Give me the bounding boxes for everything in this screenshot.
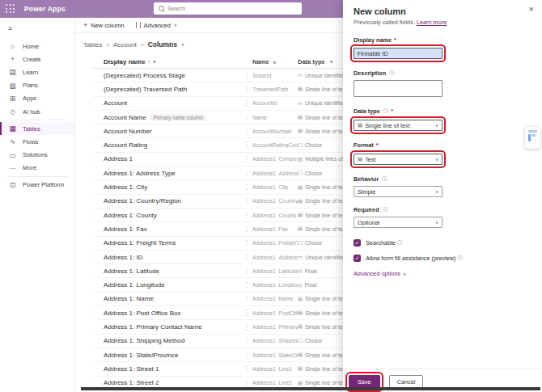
search-placeholder: Search xyxy=(167,6,185,11)
hamburger-menu-icon[interactable]: ≡ xyxy=(0,22,74,35)
table-row[interactable]: Account ⋮ AccountId ▭ Unique identifier xyxy=(93,97,343,111)
column-display-name: Address 1: Longitude xyxy=(104,281,165,289)
table-row[interactable]: Address 1: Shipping Method ⋮ Address1_Sh… xyxy=(93,335,343,348)
row-more-options-icon[interactable]: ⋮ xyxy=(241,310,252,317)
row-more-options-icon[interactable]: ⋮ xyxy=(241,183,252,191)
table-row[interactable]: Account Name Primary name column ⋮ Name … xyxy=(93,111,343,124)
command-bar: + New column Advanced ∨ xyxy=(75,18,343,33)
column-data-type: Single line of text xyxy=(305,380,343,386)
table-row[interactable]: Address 1: Freight Terms ⋮ Address1_Frei… xyxy=(93,237,343,251)
row-more-options-icon[interactable]: ⋮ xyxy=(241,170,252,177)
row-more-options-icon[interactable]: ⋮ xyxy=(241,141,252,149)
sidebar-item-plans[interactable]: ▧ Plans xyxy=(0,79,74,92)
row-more-options-icon[interactable]: ⋮ xyxy=(241,212,252,219)
row-more-options-icon[interactable]: ⋮ xyxy=(241,337,252,344)
behavior-dropdown[interactable]: Simple ∨ xyxy=(354,186,442,197)
chevron-down-icon: ∨ xyxy=(330,59,333,64)
table-row[interactable]: (Deprecated) Traversed Path ⋮ TraversedP… xyxy=(93,82,343,96)
table-row[interactable]: Address 1: Primary Contact Name ⋮ Addres… xyxy=(93,320,343,334)
table-row[interactable]: Address 1: Country/Region ⋮ Address1_Cou… xyxy=(93,195,343,209)
row-more-options-icon[interactable]: ⋮ xyxy=(241,72,252,79)
table-row[interactable]: Address 1: County ⋮ Address1_County ▤ Si… xyxy=(93,209,343,222)
chevron-down-icon[interactable]: ∨ xyxy=(181,42,184,47)
global-search-input[interactable]: Search xyxy=(154,2,302,15)
display-name-input[interactable]: Firmable ID xyxy=(354,48,442,59)
apps-icon: ⊞ xyxy=(8,95,17,103)
table-row[interactable]: Address 1: Longitude ⋮ Address1_Longitud… xyxy=(93,278,343,292)
sidebar-item-power-platform[interactable]: ⊡ Power Platform xyxy=(0,179,74,192)
table-row[interactable]: Address 1: ID ⋮ Address1_AddressId ▭ Uni… xyxy=(93,251,343,264)
row-more-options-icon[interactable]: ⋮ xyxy=(241,239,252,247)
table-row[interactable]: Address 1: Street 1 ⋮ Address1_Line1 ▤ S… xyxy=(93,362,343,376)
row-more-options-icon[interactable]: ⋮ xyxy=(241,254,252,261)
breadcrumb-separator: > xyxy=(106,42,109,48)
table-row[interactable]: Address 1: Address Type ⋮ Address1_Addre… xyxy=(93,166,343,180)
table-row[interactable]: Address 1: State/Province ⋮ Address1_Sta… xyxy=(93,348,343,362)
sidebar-item-solutions[interactable]: ▭ Solutions xyxy=(0,149,74,162)
required-dropdown[interactable]: Optional ∨ xyxy=(354,217,442,228)
text-icon: ▤ xyxy=(298,296,303,302)
waffle-menu-icon[interactable] xyxy=(6,4,15,14)
advanced-options-link[interactable]: Advanced options ∨ xyxy=(354,270,531,277)
table-row[interactable]: Address 1: Post Office Box ⋮ Address1_Po… xyxy=(93,306,343,320)
new-column-button[interactable]: + New column xyxy=(83,22,125,29)
row-more-options-icon[interactable]: ⋮ xyxy=(241,197,252,204)
searchable-checkbox[interactable]: ✓ Searchable ⓘ xyxy=(354,239,531,247)
table-row[interactable]: (Deprecated) Process Stage ⋮ StageId ▭ U… xyxy=(93,69,343,82)
header-name[interactable]: Name ∨ xyxy=(252,58,298,65)
row-more-options-icon[interactable]: ⋮ xyxy=(241,352,252,359)
breadcrumb-tables[interactable]: Tables xyxy=(83,41,102,48)
row-more-options-icon[interactable]: ⋮ xyxy=(241,155,252,162)
close-icon[interactable]: × xyxy=(529,5,534,14)
row-more-options-icon[interactable]: ⋮ xyxy=(241,295,252,302)
description-textarea[interactable] xyxy=(354,80,442,97)
row-more-options-icon[interactable]: ⋮ xyxy=(241,99,252,107)
sidebar-item-home[interactable]: ⌂ Home xyxy=(0,40,74,53)
advanced-button[interactable]: Advanced ∨ xyxy=(136,22,177,29)
column-display-name: Address 1 xyxy=(104,155,133,162)
form-fill-assistance-checkbox[interactable]: ✓ Allow form fill assistance (preview) ⓘ xyxy=(354,255,531,262)
row-more-options-icon[interactable]: ⋮ xyxy=(241,281,252,289)
row-more-options-icon[interactable]: ⋮ xyxy=(241,323,252,331)
row-more-options-icon[interactable]: ⋮ xyxy=(241,114,252,121)
row-more-options-icon[interactable]: ⋮ xyxy=(241,268,252,275)
table-row[interactable]: Account Rating ⋮ AccountRatingCode ☐ Cho… xyxy=(93,138,343,152)
header-display-name[interactable]: Display name ↑ ∨ xyxy=(104,58,241,65)
sidebar-item-flows[interactable]: ∿ Flows xyxy=(0,135,74,148)
table-row[interactable]: Address 1: Name ⋮ Address1_Name ▤ Single… xyxy=(93,293,343,306)
column-display-name: Address 1: Freight Terms xyxy=(104,239,176,247)
plans-icon: ▧ xyxy=(8,82,17,90)
home-icon: ⌂ xyxy=(8,42,17,50)
unique-identifier-icon: ▭ xyxy=(298,254,303,260)
header-data-type[interactable]: Data type ∨ xyxy=(298,58,343,65)
sidebar-item-tables[interactable]: ▦ Tables xyxy=(0,122,74,135)
column-display-name: Account xyxy=(104,99,127,107)
form-fill-extension-button[interactable] xyxy=(525,127,540,149)
breadcrumb-current-columns[interactable]: Columns xyxy=(148,40,177,48)
column-data-type: Single line of text xyxy=(305,324,343,330)
row-more-options-icon[interactable]: ⋮ xyxy=(241,128,252,135)
table-row[interactable]: Address 1: Latitude ⋮ Address1_Latitude … xyxy=(93,264,343,278)
column-display-name: Account Rating xyxy=(104,141,147,149)
column-data-type: Single line of text xyxy=(305,184,343,190)
sidebar-item-create[interactable]: + Create xyxy=(0,53,74,65)
row-more-options-icon[interactable]: ⋮ xyxy=(241,379,252,386)
table-body: (Deprecated) Process Stage ⋮ StageId ▭ U… xyxy=(93,69,343,390)
column-schema-name: Address1_StateOrProvi... xyxy=(252,352,298,358)
row-more-options-icon[interactable]: ⋮ xyxy=(241,86,252,93)
row-more-options-icon[interactable]: ⋮ xyxy=(241,365,252,373)
table-row[interactable]: Address 1 ⋮ Address1_Composite ▥ Multipl… xyxy=(93,153,343,166)
table-row[interactable]: Address 1: Fax ⋮ Address1_Fax ▤ Single l… xyxy=(93,222,343,236)
data-type-dropdown[interactable]: ▤ Single line of text ∨ xyxy=(354,120,442,131)
sidebar-item-learn[interactable]: ▤ Learn xyxy=(0,65,74,78)
format-dropdown[interactable]: ▤ Text ∨ xyxy=(354,154,442,165)
sidebar-item-more[interactable]: ⋯ More xyxy=(0,162,74,175)
learn-more-link[interactable]: Learn more xyxy=(417,19,447,26)
sidebar-item-apps[interactable]: ⊞ Apps xyxy=(0,92,74,105)
row-more-options-icon[interactable]: ⋮ xyxy=(241,226,252,233)
breadcrumb-account[interactable]: Account xyxy=(113,41,137,48)
column-display-name: (Deprecated) Traversed Path xyxy=(104,86,187,93)
table-row[interactable]: Address 1: City ⋮ Address1_City ▤ Single… xyxy=(93,180,343,194)
table-row[interactable]: Account Number ⋮ AccountNumber ▤ Single … xyxy=(93,124,343,138)
sidebar-item-ai-hub[interactable]: ◇ AI hub xyxy=(0,105,74,118)
